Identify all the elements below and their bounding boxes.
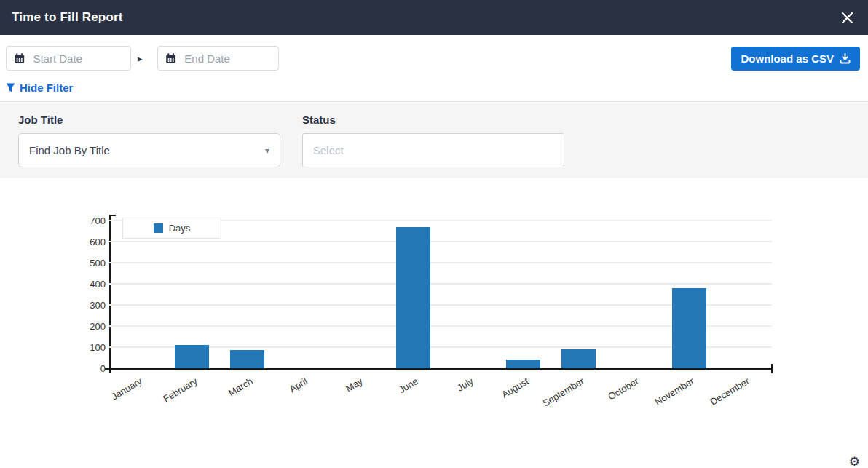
bar-november[interactable] [672, 288, 706, 368]
y-tick-label-100: 100 [69, 343, 106, 352]
x-label-march: March [192, 376, 255, 419]
bar-june[interactable] [396, 227, 430, 368]
bar-september[interactable] [561, 349, 596, 368]
x-label-april: April [247, 376, 310, 419]
bar-march[interactable] [230, 350, 264, 368]
legend-label: Days [169, 223, 191, 234]
download-csv-button[interactable]: Download as CSV [731, 47, 860, 71]
bar-february[interactable] [175, 345, 209, 368]
gear-icon[interactable]: ⚙ [849, 456, 860, 468]
close-button[interactable] [837, 8, 856, 27]
download-csv-label: Download as CSV [741, 52, 834, 65]
x-label-january: January [81, 376, 144, 419]
chart-legend: Days [122, 218, 221, 239]
hide-filter-link[interactable]: Hide Filter [6, 82, 73, 94]
status-select-input[interactable] [302, 133, 564, 167]
gridline-400 [109, 283, 772, 285]
start-date-input[interactable] [31, 52, 123, 66]
x-label-september: September [523, 376, 586, 419]
end-date-field[interactable] [157, 46, 279, 71]
job-title-group: Job Title Find Job By Title ▾ [18, 114, 280, 167]
y-tick-label-400: 400 [69, 279, 106, 289]
gridline-600 [109, 241, 772, 242]
job-title-select[interactable]: Find Job By Title ▾ [18, 133, 280, 167]
x-axis-end-tick [771, 364, 773, 373]
filter-panel: Job Title Find Job By Title ▾ Status [0, 101, 868, 178]
job-title-label: Job Title [18, 114, 280, 126]
x-label-august: August [467, 376, 531, 419]
y-tick-label-600: 600 [69, 237, 106, 247]
gridline-500 [109, 262, 772, 263]
status-group: Status [302, 114, 564, 167]
y-tick-label-200: 200 [69, 322, 106, 331]
chart-region: 0100200300400500600700JanuaryFebruaryMar… [0, 178, 868, 468]
filter-icon [6, 83, 15, 92]
toolbar: ▸ Download as CSV [0, 35, 868, 80]
download-icon [840, 53, 851, 64]
x-label-november: November [633, 376, 696, 419]
x-label-december: December [688, 376, 751, 419]
y-tick-label-300: 300 [69, 301, 106, 310]
y-tick-label-700: 700 [69, 216, 106, 226]
hide-filter-label: Hide Filter [20, 82, 73, 94]
x-label-may: May [301, 376, 365, 419]
y-tick-label-500: 500 [69, 258, 106, 268]
close-icon [841, 12, 853, 24]
y-axis [109, 215, 111, 373]
x-label-february: February [136, 376, 200, 419]
page-title: Time to Fill Report [12, 10, 123, 25]
y-axis-top-tick [109, 215, 116, 216]
legend-color-days [154, 223, 163, 233]
job-title-select-value: Find Job By Title [29, 144, 110, 156]
x-label-june: June [357, 376, 420, 419]
calendar-icon [165, 52, 176, 66]
x-label-july: July [412, 376, 476, 419]
y-tick-label-0: 0 [69, 364, 106, 373]
bar-august[interactable] [506, 360, 540, 368]
start-date-field[interactable] [6, 46, 131, 71]
x-label-october: October [578, 376, 642, 419]
x-axis [105, 368, 773, 370]
end-date-input[interactable] [183, 52, 271, 66]
caret-right-icon: ▸ [138, 46, 143, 71]
status-label: Status [302, 114, 564, 126]
calendar-icon [14, 52, 25, 66]
modal-header: Time to Fill Report [0, 0, 868, 35]
chevron-down-icon: ▾ [265, 146, 269, 156]
